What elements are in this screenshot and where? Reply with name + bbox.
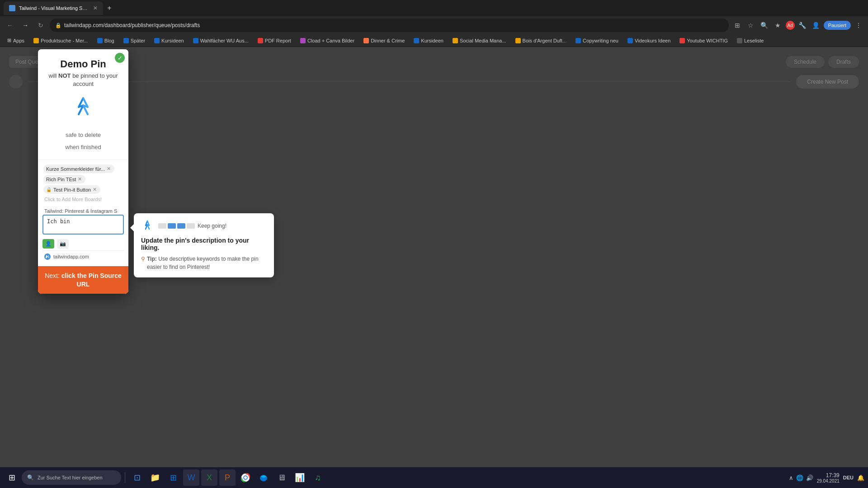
address-text: tailwindapp.com/dashboard/publisher/queu… (64, 22, 200, 28)
board-tag-3-remove[interactable]: ✕ (93, 187, 97, 192)
zoom-icon[interactable]: 🔍 (759, 19, 770, 31)
bookmark-star-icon[interactable]: ☆ (745, 19, 757, 31)
bookmark-favicon-2 (97, 38, 103, 43)
bookmark-cload[interactable]: Cload + Canva Bilder (297, 37, 358, 44)
board-tag-3[interactable]: 🔒 Test Pin-it Button ✕ (43, 185, 100, 194)
bookmark-favicon-3 (123, 38, 129, 43)
camera-icon: 📷 (60, 241, 66, 247)
demo-pin-title: Demo Pin (45, 58, 121, 70)
bookmark-favicon-5 (193, 38, 198, 43)
bookmark-favicon-14 (679, 38, 685, 43)
app-btn-schedule: Schedule (786, 56, 825, 68)
bookmark-favicon-13 (627, 38, 633, 43)
source-section-label: Tailwind: Pinterest & Instagram S (42, 206, 124, 215)
taskbar-volume-icon[interactable]: 🔊 (806, 474, 813, 481)
tip-bold-label: Tip: (147, 256, 157, 262)
bookmark-dinner[interactable]: Dinner & Crime (360, 37, 408, 44)
board-tag-2[interactable]: Rich Pin TEst ✕ (43, 175, 85, 183)
profile-button[interactable]: Pausiert (824, 21, 851, 30)
demo-panel-body: Kurze Sommerkleider für... ✕ Rich Pin TE… (38, 160, 128, 266)
taskbar-notification-icon[interactable]: 🔔 (857, 474, 864, 481)
board-tag-1-remove[interactable]: ✕ (107, 166, 111, 172)
taskbar-app-file-explorer[interactable]: 📁 (147, 469, 163, 486)
bookmark-spater[interactable]: Später (120, 37, 149, 44)
active-tab[interactable]: Tailwind - Visual Marketing Suite... ✕ (4, 1, 103, 15)
star-icon[interactable]: ★ (772, 19, 784, 31)
tip-icon: ⚲ (141, 255, 145, 263)
address-bar[interactable]: 🔒 tailwindapp.com/dashboard/publisher/qu… (50, 19, 729, 32)
settings-icon[interactable]: ⋮ (853, 19, 864, 31)
demo-panel-image: ✓ Demo Pin will NOT be pinned to your ac… (38, 49, 128, 160)
bookmark-blog[interactable]: Blog (94, 37, 118, 44)
ext-icon-3[interactable]: 👤 (810, 19, 822, 31)
tooltip-header: Keep going! (141, 220, 267, 232)
nav-right-controls: ⊞ ☆ 🔍 ★ Ad 🔧 👤 Pausiert ⋮ (731, 19, 864, 31)
bookmark-pdf[interactable]: PDF Report (254, 37, 295, 44)
bookmark-copywriting[interactable]: Copywriting neu (572, 37, 622, 44)
description-input[interactable]: Ich bin (42, 215, 124, 235)
bookmark-kursideen2[interactable]: Kursideen (410, 37, 447, 44)
bookmark-wahlfacher[interactable]: Wahlfächer WU Aus... (189, 37, 252, 44)
bookmark-label-9: Kursideen (421, 38, 443, 43)
tip-label-text: Tip: Use descriptive keywords to make th… (147, 255, 267, 271)
bookmark-bois[interactable]: Bois d'Argent Duft... (512, 37, 570, 44)
tip-label-row: ⚲ Tip: Use descriptive keywords to make … (141, 255, 267, 271)
taskbar-app-unknown-1[interactable]: 🖥 (274, 469, 290, 486)
board-tag-3-label: Test Pin-it Button (53, 187, 91, 192)
bookmark-apps[interactable]: ⊞ Apps (4, 37, 28, 44)
taskbar-network-icon[interactable]: 🌐 (796, 474, 803, 481)
back-button[interactable]: ← (4, 19, 16, 32)
add-boards-placeholder[interactable]: Click to Add More Boards! (42, 195, 124, 204)
bookmark-produktsuche[interactable]: Produktsuche - Mer... (30, 37, 92, 44)
person-icon: 👤 (45, 241, 52, 247)
extensions-icon[interactable]: ⊞ (731, 19, 743, 31)
progress-sq-1 (158, 223, 166, 229)
board-tag-1[interactable]: Kurze Sommerkleider für... ✕ (43, 164, 114, 173)
demo-panel: ✓ Demo Pin will NOT be pinned to your ac… (38, 49, 128, 294)
ext-icon-2[interactable]: 🔧 (797, 19, 808, 31)
bookmarks-bar: ⊞ Apps Produktsuche - Mer... Blog Später… (0, 34, 868, 47)
action-btn-camera[interactable]: 📷 (57, 239, 69, 249)
taskbar-app-task-view[interactable]: ⊡ (129, 469, 145, 486)
bookmark-label-10: Social Media Mana... (460, 38, 506, 43)
bookmark-label-12: Copywriting neu (583, 38, 618, 43)
bookmark-apps-label: Apps (13, 38, 24, 43)
next-button-label: Next: (45, 272, 61, 279)
tab-close-button[interactable]: ✕ (93, 5, 98, 11)
taskbar-app-excel[interactable]: X (201, 469, 217, 486)
taskbar-app-word[interactable]: W (183, 469, 199, 486)
bookmark-leseliste[interactable]: Leseliste (733, 37, 767, 44)
taskbar-app-edge[interactable] (255, 469, 272, 486)
next-button[interactable]: Next: click the Pin Source URL (38, 266, 128, 293)
bookmark-kursideen1[interactable]: Kursideen (151, 37, 188, 44)
bookmark-label-14: Youtube WICHTIG (687, 38, 728, 43)
browser-chrome: Tailwind - Visual Marketing Suite... ✕ +… (0, 0, 868, 47)
check-icon: ✓ (115, 53, 125, 63)
taskbar-app-chrome[interactable] (237, 469, 254, 486)
refresh-button[interactable]: ↻ (34, 19, 47, 32)
bookmark-social-media[interactable]: Social Media Mana... (449, 37, 510, 44)
taskbar-app-store[interactable]: ⊞ (165, 469, 181, 486)
bookmark-favicon-15 (737, 38, 742, 43)
tab-title: Tailwind - Visual Marketing Suite... (19, 5, 88, 11)
new-tab-button[interactable]: + (103, 2, 116, 14)
bookmark-label-11: Bois d'Argent Duft... (523, 38, 566, 43)
taskbar-app-unknown-2[interactable]: 📊 (292, 469, 308, 486)
taskbar-app-powerpoint[interactable]: P (219, 469, 236, 486)
board-tag-2-remove[interactable]: ✕ (78, 176, 82, 182)
progress-sq-4 (187, 223, 195, 229)
start-button[interactable]: ⊞ (4, 469, 20, 486)
taskbar-search-bar[interactable]: 🔍 Zur Suche Text hier eingeben (22, 470, 121, 485)
taskbar-app-spotify[interactable]: ♫ (310, 469, 326, 486)
action-btn-person[interactable]: 👤 (42, 239, 54, 249)
ext-icon-1[interactable]: Ad (786, 21, 795, 30)
tab-bar: Tailwind - Visual Marketing Suite... ✕ + (0, 0, 868, 16)
forward-button[interactable]: → (19, 19, 32, 32)
tooltip-keep-going-label: Keep going! (198, 223, 226, 229)
bookmark-videokurs[interactable]: Videokurs Ideen (624, 37, 674, 44)
taskbar-arrow-icon[interactable]: ∧ (789, 474, 793, 481)
taskbar-clock[interactable]: 17:39 29.04.2021 (817, 472, 840, 483)
bookmark-label-1: Produktsuche - Mer... (41, 38, 88, 43)
boards-section: Kurze Sommerkleider für... ✕ Rich Pin TE… (42, 164, 124, 204)
bookmark-youtube[interactable]: Youtube WICHTIG (676, 37, 731, 44)
